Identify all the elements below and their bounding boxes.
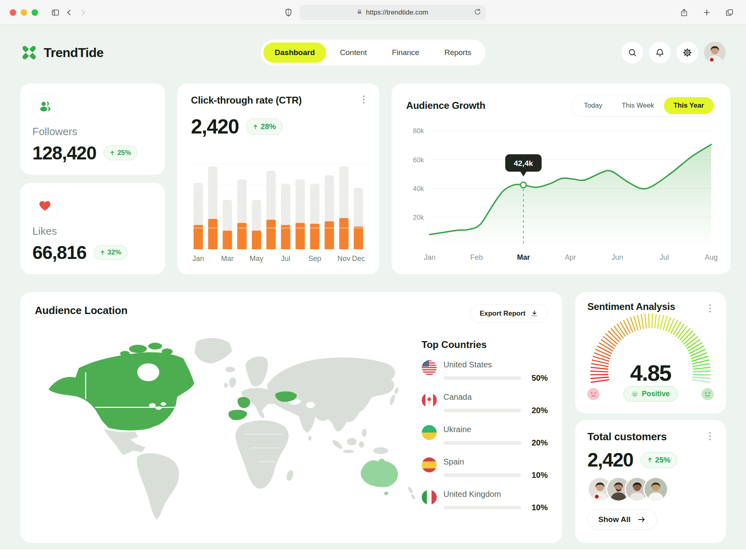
svg-text:Jan: Jan xyxy=(424,253,435,261)
country-percent: 50% xyxy=(527,373,548,383)
customer-avatar-4[interactable] xyxy=(643,477,668,502)
sentiment-card: Sentiment Analysis 4.85 Positive xyxy=(575,292,726,414)
ctr-axis-label xyxy=(235,255,249,263)
show-all-button[interactable]: Show All xyxy=(587,509,657,530)
ctr-bar-feb xyxy=(206,164,220,250)
privacy-shield-icon[interactable] xyxy=(282,6,295,19)
likes-label: Likes xyxy=(32,225,153,238)
growth-area-chart: 20k40k60k80k42,4kJanFebMarAprJunJulAug xyxy=(406,122,716,263)
arrow-right-icon xyxy=(637,515,646,524)
likes-delta-badge: 32% xyxy=(94,245,127,260)
ctr-bar-mar xyxy=(220,164,235,250)
heart-icon xyxy=(32,193,57,218)
followers-label: Followers xyxy=(32,125,153,138)
range-this-year[interactable]: This Year xyxy=(664,97,714,114)
svg-text:Apr: Apr xyxy=(565,253,576,261)
up-arrow-icon xyxy=(100,250,105,255)
bottom-strip xyxy=(0,549,746,560)
ctr-bar-may xyxy=(249,164,264,250)
country-row-es: Spain10% xyxy=(422,457,548,480)
ctr-bar-nov xyxy=(337,164,351,250)
ctr-axis-label xyxy=(322,255,337,263)
world-map xyxy=(35,325,422,531)
ctr-bar-jun xyxy=(264,164,278,250)
country-progress-track xyxy=(443,441,521,445)
ctr-bar-chart: JanMarMayJulSepNovDec xyxy=(191,164,366,263)
ctr-menu-icon[interactable] xyxy=(358,93,370,107)
zoom-window-button[interactable] xyxy=(32,9,38,16)
up-arrow-icon xyxy=(253,124,258,129)
followers-card: Followers 128,420 25% xyxy=(20,83,165,175)
ctr-axis-label xyxy=(206,255,220,263)
customers-delta-badge: 25% xyxy=(640,452,677,468)
likes-value: 66,816 xyxy=(32,242,87,263)
url-text: https://trendtide.com xyxy=(366,8,428,17)
notifications-bell-icon[interactable] xyxy=(649,42,671,64)
sentiment-title: Sentiment Analysis xyxy=(587,301,714,312)
svg-text:Jul: Jul xyxy=(659,253,669,261)
close-window-button[interactable] xyxy=(10,9,16,16)
country-percent: 10% xyxy=(527,471,548,480)
customers-menu-icon[interactable] xyxy=(704,430,716,443)
country-percent: 10% xyxy=(527,503,548,512)
settings-gear-icon[interactable] xyxy=(676,42,698,64)
growth-range-switcher: TodayThis WeekThis Year xyxy=(572,95,716,117)
svg-text:40k: 40k xyxy=(413,185,424,193)
ctr-value: 2,420 xyxy=(191,115,239,138)
ctr-axis-label: Nov xyxy=(337,255,351,263)
refresh-icon[interactable] xyxy=(473,8,481,17)
ua-flag-icon xyxy=(422,425,437,440)
ctr-bar-sep xyxy=(307,164,322,250)
ctr-axis-label: Dec xyxy=(351,255,366,263)
minimize-window-button[interactable] xyxy=(21,9,27,16)
location-title: Audience Location xyxy=(35,304,127,317)
main-nav: DashboardContentFinanceReports xyxy=(261,40,485,66)
country-row-uk: United Kingdom10% xyxy=(422,490,548,512)
back-button[interactable] xyxy=(62,6,76,19)
growth-tooltip: 42,4k xyxy=(505,154,542,176)
ctr-bar-dec xyxy=(351,164,366,250)
ctr-axis-label xyxy=(293,255,307,263)
svg-text:80k: 80k xyxy=(413,127,424,135)
likes-card: Likes 66,816 32% xyxy=(20,183,165,274)
sad-face-icon xyxy=(587,388,600,400)
ctr-axis-label: Jan xyxy=(191,255,206,263)
followers-icon xyxy=(32,94,57,119)
country-progress-track xyxy=(443,409,521,412)
user-avatar[interactable] xyxy=(704,42,726,64)
nav-item-content[interactable]: Content xyxy=(328,42,378,63)
happy-face-icon xyxy=(701,388,714,400)
ctr-axis-label: May xyxy=(249,255,264,263)
address-bar[interactable]: https://trendtide.com xyxy=(299,5,485,20)
country-progress-track xyxy=(443,473,521,477)
export-report-button[interactable]: Export Report xyxy=(470,304,548,323)
up-arrow-icon xyxy=(110,151,115,156)
nav-item-reports[interactable]: Reports xyxy=(433,42,483,63)
ctr-bar-oct xyxy=(322,164,337,250)
share-icon[interactable] xyxy=(677,6,691,19)
forward-button[interactable] xyxy=(76,6,90,19)
ca-flag-icon xyxy=(422,392,437,408)
followers-value: 128,420 xyxy=(32,142,96,164)
svg-text:Jun: Jun xyxy=(611,253,623,261)
growth-title: Audience Growth xyxy=(406,100,485,111)
smiley-icon xyxy=(631,390,638,398)
lock-icon xyxy=(356,8,362,16)
nav-item-finance[interactable]: Finance xyxy=(381,42,431,63)
sidebar-toggle-icon[interactable] xyxy=(49,6,62,19)
range-today[interactable]: Today xyxy=(574,97,612,114)
followers-delta-badge: 25% xyxy=(104,146,137,160)
search-icon[interactable] xyxy=(621,42,643,64)
us-flag-icon xyxy=(422,360,437,375)
range-this-week[interactable]: This Week xyxy=(612,97,664,114)
country-row-us: United States50% xyxy=(422,360,548,383)
svg-text:42,4k: 42,4k xyxy=(514,159,533,168)
up-arrow-icon xyxy=(647,457,653,462)
es-flag-icon xyxy=(422,457,437,473)
brand-logo[interactable]: TrendTide xyxy=(20,44,104,62)
new-tab-icon[interactable] xyxy=(700,6,714,19)
top-countries-title: Top Countries xyxy=(422,339,548,350)
nav-item-dashboard[interactable]: Dashboard xyxy=(263,42,326,63)
tab-overview-icon[interactable] xyxy=(723,6,736,19)
ctr-bar-apr xyxy=(235,164,249,250)
